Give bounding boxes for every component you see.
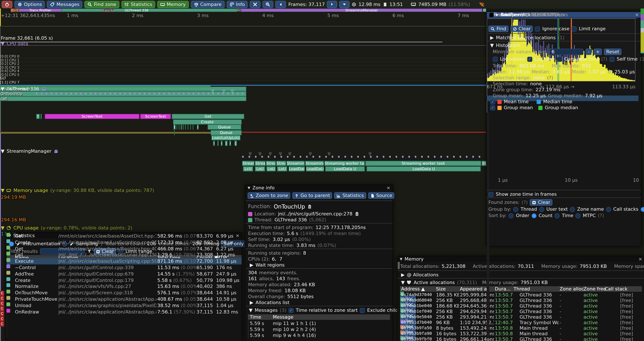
cpu-zone[interactable]: G — [483, 9, 486, 12]
allocation-row[interactable]: 0x7553b9fa508 bytes153,492,240ns13:50.8M… — [400, 325, 642, 330]
group-by-user-text[interactable] — [539, 207, 544, 212]
message-dot[interactable] — [178, 93, 180, 95]
min-bin-input[interactable]: 6 — [550, 49, 584, 55]
message-dot[interactable] — [80, 93, 82, 95]
message-dot[interactable] — [154, 93, 155, 95]
zone-bar[interactable] — [178, 125, 180, 130]
message-dot[interactable] — [312, 156, 314, 158]
error-zone[interactable]: C — [0, 296, 4, 301]
message-dot[interactable] — [268, 156, 269, 158]
time-relative-checkbox[interactable]: ✓ — [288, 308, 294, 313]
message-dot[interactable] — [293, 156, 295, 158]
message-dot[interactable] — [408, 156, 410, 158]
message-dot[interactable] — [306, 156, 308, 158]
message-dot[interactable] — [193, 93, 194, 95]
message-dot[interactable] — [447, 156, 448, 158]
message-dot[interactable] — [212, 93, 214, 95]
tools-button[interactable] — [250, 1, 261, 8]
message-dot[interactable] — [60, 93, 62, 95]
message-dot[interactable] — [389, 156, 391, 158]
message-dot[interactable] — [144, 93, 145, 95]
error-zone[interactable]: C — [0, 316, 4, 321]
allocation-row[interactable]: 0x7553b9fa9016 bytes153,722,396ns13:50.8… — [400, 330, 642, 336]
frame-dropdown-button[interactable] — [339, 1, 350, 8]
sort-by-order[interactable] — [509, 213, 514, 218]
message-dot[interactable] — [287, 156, 288, 158]
message-dot[interactable] — [248, 156, 250, 158]
zone-bar[interactable]: Streaming worker tas — [324, 161, 365, 166]
zone-bar[interactable]: Strea — [266, 161, 276, 166]
zone-bar[interactable] — [185, 125, 186, 130]
zone-bar[interactable]: ( — [213, 141, 215, 146]
mean-time-checkbox[interactable]: ✓ — [490, 99, 495, 104]
message-dot[interactable] — [428, 156, 429, 158]
limit-range-checkbox[interactable] — [572, 26, 577, 31]
message-dot[interactable] — [472, 156, 474, 158]
next-frame-button[interactable] — [327, 1, 337, 8]
statistics-button[interactable]: Statistics — [121, 1, 155, 8]
message-dot[interactable] — [50, 93, 52, 95]
column-header[interactable]: Message — [273, 314, 293, 320]
zone-bar[interactable]: ( — [229, 141, 231, 146]
cpu-plot-header[interactable]: ▼CPU usage(y-range: 0.78%, visible data … — [1, 225, 132, 231]
cpu-zone[interactable]: Tracy Profiler — [19, 9, 62, 12]
message-dot[interactable] — [325, 156, 327, 158]
info-button[interactable]: Info — [226, 1, 248, 8]
column-header[interactable]: Dura... — [495, 286, 510, 292]
group-by-zone-name[interactable] — [570, 207, 575, 212]
message-dot[interactable] — [261, 156, 263, 158]
message-marker[interactable]: ▽ — [288, 152, 291, 156]
message-row[interactable]: 5.59 smip 9 w 4 h 4 (16) — [248, 332, 390, 338]
allocation-row[interactable]: 0x7553b9fbf016 bytes296,661,146ns13:50.7… — [400, 336, 642, 341]
message-row[interactable]: 5.59 smip 10 w 2 h 2 (4) — [248, 326, 390, 332]
message-dot[interactable] — [207, 93, 209, 95]
message-dot[interactable] — [242, 93, 243, 95]
message-row[interactable]: 5.59 smip 11 w 1 h 1 (1) — [248, 320, 390, 326]
message-dot[interactable] — [100, 93, 101, 95]
memory-plot-header[interactable]: ▼Memory usage(y-range: 30.88 KB, visible… — [1, 188, 154, 193]
options-button[interactable]: Options — [14, 1, 45, 8]
statistics-button[interactable]: Statistics — [334, 192, 366, 199]
zone-bar[interactable]: Streaming — [286, 161, 305, 166]
message-dot[interactable] — [440, 156, 442, 158]
clear-button[interactable]: Clear — [510, 26, 533, 32]
zone-bar[interactable]: Streaming — [305, 161, 324, 166]
message-marker[interactable]: ▽ — [309, 152, 312, 156]
message-marker[interactable]: ▽ — [279, 152, 282, 156]
column-header[interactable]: Thread — [514, 286, 530, 292]
zone-bar[interactable]: LoU — [255, 166, 265, 171]
log-values-checkbox[interactable] — [493, 57, 498, 62]
zone-bar[interactable]: !S — [36, 114, 40, 119]
error-zone[interactable]: C — [0, 301, 4, 306]
message-dot[interactable] — [232, 93, 234, 95]
message-dot[interactable] — [202, 93, 204, 95]
zone-bar[interactable] — [176, 125, 177, 130]
message-dot[interactable] — [222, 93, 224, 95]
zone-bar[interactable]: LoaULoiUpLoUp — [212, 135, 240, 141]
message-dot[interactable] — [415, 156, 416, 158]
message-dot[interactable] — [383, 156, 384, 158]
zone-bar[interactable] — [174, 130, 175, 135]
message-marker[interactable]: ▽ — [269, 152, 272, 156]
zone-bar[interactable]: Strear — [255, 161, 266, 166]
message-dot[interactable] — [237, 93, 238, 95]
zone-bar[interactable]: ScreenText — [140, 114, 171, 119]
allocation-row[interactable]: 0x74a9d68040256 KB295,668,489ns13:50.7GL… — [400, 297, 642, 303]
cpu-zone[interactable]: kworker/ — [102, 9, 114, 12]
message-dot[interactable] — [188, 93, 190, 95]
message-dot[interactable] — [364, 156, 365, 158]
zone-bar[interactable]: | — [217, 141, 219, 146]
message-dot[interactable] — [376, 156, 378, 158]
error-zone[interactable]: C — [0, 306, 4, 311]
log-time-checkbox[interactable]: ✓ — [527, 57, 532, 62]
message-dot[interactable] — [344, 156, 346, 158]
message-dot[interactable] — [453, 156, 455, 158]
zone-bar[interactable] — [181, 125, 182, 130]
message-dot[interactable] — [183, 93, 184, 95]
message-dot[interactable] — [217, 93, 219, 95]
zone-bar[interactable] — [188, 125, 188, 130]
matched-locations-toggle[interactable]: ▶Matched source locations(1) — [490, 35, 564, 41]
message-dot[interactable] — [158, 93, 160, 95]
allocation-row[interactable]: 0x7531d7b04096 KB1:10 234,952,16112:40.7… — [400, 319, 642, 325]
message-dot[interactable] — [402, 156, 404, 158]
